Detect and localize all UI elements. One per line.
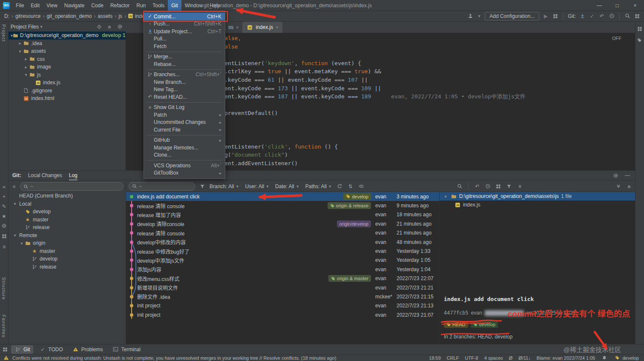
project-root-row[interactable]: ▾D:\gitresource\git_operation_demodevelo… — [8, 32, 126, 40]
search-commits-icon[interactable] — [456, 183, 463, 190]
status-item[interactable]: 18:59 — [429, 355, 441, 361]
menu-item-uncommitted-changes[interactable]: Uncommitted Changes▸ — [144, 119, 225, 126]
chevron-down-icon[interactable]: ▾ — [477, 14, 482, 18]
tab-close-icon[interactable]: × — [276, 25, 278, 30]
status-item[interactable]: UTF-8 — [465, 355, 478, 361]
run-button[interactable]: ▶ — [542, 13, 549, 20]
menu-item-patch[interactable]: Patch▸ — [144, 111, 225, 119]
git-rollback-icon[interactable]: ↶ — [598, 13, 605, 20]
minimize-button[interactable]: — — [590, 0, 608, 11]
edit-icon[interactable]: ✎ — [0, 203, 8, 209]
menu-navigate[interactable]: Navigate — [61, 0, 88, 11]
menu-item-commit[interactable]: ✓Commit...Ctrl+K — [144, 13, 225, 20]
tree-item-indexjs[interactable]: JSindex.js — [8, 79, 126, 87]
branch-search-input[interactable]: ~ — [20, 182, 123, 191]
locate-icon[interactable] — [96, 23, 103, 30]
changed-folder-row[interactable]: ▾ D:\gitresource\git_operation_demo\asse… — [440, 192, 635, 201]
menu-item-rebase[interactable]: Rebase... — [144, 60, 225, 68]
chevron-down-icon[interactable]: ▾ — [12, 201, 17, 206]
chevron-down-icon[interactable]: ▾ — [23, 72, 29, 77]
branch-row-remote[interactable]: ▾Remote — [8, 232, 126, 240]
menu-code[interactable]: Code — [88, 0, 107, 11]
menu-item-new-tag[interactable]: New Tag... — [144, 86, 225, 94]
log-filter-date[interactable]: Date: All▾ — [275, 183, 300, 189]
branch-row-develop[interactable]: develop — [8, 208, 126, 216]
highlighting-off-badge[interactable]: OFF — [612, 36, 621, 41]
log-filter-branch[interactable]: Branch: All▾ — [210, 183, 240, 189]
branch-row-head-current-branch-[interactable]: HEAD (Current Branch) — [8, 192, 126, 200]
commit-row[interactable]: 删除文件 .ideamckee*2022/7/23 21:15 — [126, 292, 439, 301]
project-stripe-button[interactable]: Project — [1, 24, 6, 42]
settings-gear-icon[interactable] — [116, 23, 123, 30]
branch-row-develop[interactable]: develop — [8, 255, 126, 263]
add-configuration-button[interactable]: Add Configuration... — [485, 12, 539, 20]
code-editor[interactable]: alse,alse entListener('keydown', functio… — [224, 34, 620, 168]
commit-row[interactable]: 修改menu.css样式origin & masterevan2022/7/23… — [126, 274, 439, 283]
favorites-stripe-button[interactable]: Favorites — [1, 315, 6, 338]
status-item[interactable]: Blame: evan 2022/7/24 1:05 — [537, 355, 595, 361]
chevron-down-icon[interactable]: ▾ — [443, 194, 448, 199]
tool-tab-todo[interactable]: ✓TODO — [36, 345, 66, 354]
status-item[interactable]: Ø/11↓ — [518, 355, 531, 361]
star-icon[interactable]: ★ — [0, 213, 8, 219]
tree-item-css[interactable]: ▸css — [8, 55, 126, 63]
tool-tab-terminal[interactable]: Terminal — [109, 345, 144, 354]
branch-row-release[interactable]: release — [8, 223, 126, 232]
grid-icon[interactable] — [0, 234, 8, 240]
branch-row-local[interactable]: ▾Local — [8, 200, 126, 208]
menu-tools[interactable]: Tools — [149, 0, 168, 11]
menu-refactor[interactable]: Refactor — [107, 0, 133, 11]
list-icon[interactable]: ≡ — [0, 244, 8, 250]
menu-item-gittoolbox[interactable]: GitToolBox▸ — [144, 169, 225, 177]
hide-icon[interactable]: « — [0, 184, 8, 190]
user-icon[interactable] — [467, 13, 474, 20]
chevron-right-icon[interactable]: ▸ — [17, 41, 23, 46]
commit-row[interactable]: release 清除 consoleevan21 minutes ago — [126, 229, 439, 238]
menu-item-update-project[interactable]: Update Project...Ctrl+T — [144, 28, 225, 35]
menu-item-current-file[interactable]: Current File▸ — [144, 126, 225, 134]
status-message[interactable]: Conflicts were not resolved during unsta… — [12, 355, 336, 361]
commit-row[interactable]: release 中修改bug好了evanYesterday 1:33 — [126, 246, 439, 255]
log-filter-user[interactable]: User: All▾ — [245, 183, 270, 189]
chevron-right-icon[interactable]: ▸ — [23, 57, 29, 61]
branch-row-release[interactable]: release — [8, 263, 126, 271]
tree-item-gitignore[interactable]: .gitignore — [8, 87, 126, 95]
commit-row[interactable]: develop 清除consoleorigin/developevan21 mi… — [126, 219, 439, 228]
menu-file[interactable]: File — [12, 0, 27, 11]
menu-window[interactable]: Window — [181, 0, 207, 11]
tree-item-assets[interactable]: ▾assets — [8, 47, 126, 55]
filter-funnel-icon[interactable] — [199, 183, 206, 190]
menu-item-show-git-log[interactable]: ≡Show Git Log — [144, 104, 225, 112]
menu-item-github[interactable]: GitHub▸ — [144, 137, 225, 144]
status-item[interactable]: Ø — [509, 355, 513, 361]
menu-item-clone[interactable]: Clone... — [144, 152, 225, 159]
status-branch-widget[interactable]: develop — [614, 355, 639, 361]
commit-hash[interactable]: 4477fcb5 — [444, 310, 469, 316]
group-by-icon[interactable] — [495, 183, 502, 190]
gear-icon[interactable] — [0, 223, 8, 230]
close-button[interactable]: × — [626, 0, 644, 11]
commit-row[interactable]: 添加js内容evanYesterday 1:04 — [126, 265, 439, 274]
chevron-down-icon[interactable]: ▾ — [12, 233, 17, 238]
menu-item-merge[interactable]: Merge... — [144, 53, 225, 61]
chevron-down-icon[interactable]: ▾ — [19, 241, 24, 246]
settings-gear-icon[interactable] — [612, 172, 619, 179]
expand-all-icon[interactable] — [615, 183, 622, 190]
tab-close-icon[interactable]: × — [236, 25, 239, 30]
bookmark-icon[interactable] — [635, 37, 644, 44]
menu-item-pull[interactable]: Pull... — [144, 35, 225, 43]
status-item[interactable]: 4 spaces — [484, 355, 503, 361]
menu-item-manage-remotes[interactable]: Manage Remotes... — [144, 144, 225, 152]
branch-row-master[interactable]: ★master — [8, 247, 126, 255]
sort-icon[interactable]: ⇅ — [347, 183, 354, 190]
tool-window-switcher-icon[interactable] — [2, 346, 9, 353]
structure-stripe-button[interactable]: Structure — [1, 277, 6, 300]
history-icon[interactable] — [484, 183, 491, 190]
chevron-down-icon[interactable]: ▾ — [39, 24, 44, 29]
rollback-icon[interactable]: ↶ — [474, 183, 480, 190]
plus-icon[interactable]: + — [0, 194, 8, 200]
tree-item-indexhtml[interactable]: <>index.html — [8, 95, 126, 103]
menu-item-new-branch[interactable]: New Branch... — [144, 78, 225, 86]
breadcrumb-item[interactable]: git_operation_demo — [46, 13, 92, 19]
commit-row[interactable]: release 清除 consoleorigin & releaseevan9 … — [126, 201, 439, 210]
